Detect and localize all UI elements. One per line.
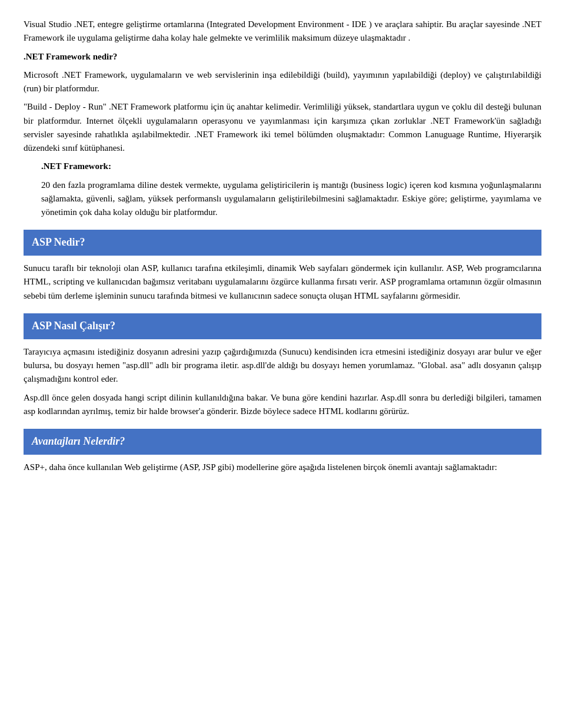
build-deploy-run: "Build - Deploy - Run" .NET Framework pl… xyxy=(24,100,541,155)
asp-nedir-body: Sunucu taraflı bir teknoloji olan ASP, k… xyxy=(24,262,541,303)
main-content: Visual Studio .NET, entegre geliştirme o… xyxy=(24,18,541,474)
asp-nasil-body1: Tarayıcıya açmasını istediğiniz dosyanın… xyxy=(24,345,541,386)
asp-nedir-header: ASP Nedir? xyxy=(24,230,541,256)
avantajlari-body: ASP+, daha önce kullanılan Web geliştirm… xyxy=(24,461,541,474)
net-framework-subheader: .NET Framework: xyxy=(41,160,541,173)
intro-paragraph: Visual Studio .NET, entegre geliştirme o… xyxy=(24,18,541,45)
avantajlari-header: Avantajları Nelerdir? xyxy=(24,429,541,455)
net-framework-features: 20 den fazla programlama diline destek v… xyxy=(41,178,541,220)
net-framework-desc: Microsoft .NET Framework, uygulamaların … xyxy=(24,68,541,96)
asp-nasil-body2: Asp.dll önce gelen dosyada hangi script … xyxy=(24,391,541,419)
net-framework-nedir-label: .NET Framework nedir? xyxy=(24,50,541,64)
asp-nasil-header: ASP Nasıl Çalışır? xyxy=(24,313,541,339)
